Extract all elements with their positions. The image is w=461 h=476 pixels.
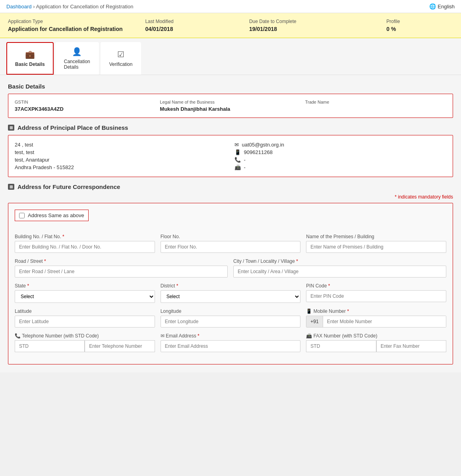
- latitude-group: Latitude: [15, 308, 155, 328]
- fax-std-input[interactable]: [306, 340, 376, 352]
- floor-no-input[interactable]: [161, 241, 301, 253]
- premises-name-input[interactable]: [306, 241, 446, 253]
- trade-name-label: Trade Name: [305, 100, 446, 104]
- trade-name-cell: Trade Name: [305, 100, 446, 112]
- city-group: City / Town / Locality / Village *: [233, 258, 446, 278]
- address-same-checkbox[interactable]: [19, 213, 25, 218]
- email-contact: ✉ uat05@gstn.org.in: [234, 141, 446, 148]
- correspondence-address-section-title: ⊞ Address for Future Correspondence: [8, 183, 453, 190]
- tabs-section: 💼 Basic Details 👤 CancellationDetails ☑ …: [0, 38, 461, 75]
- mandatory-asterisk: *: [395, 194, 397, 200]
- premises-name-group: Name of the Premises / Building: [306, 234, 446, 253]
- fax-contact: 📠 -: [234, 164, 446, 171]
- last-modified-label: Last Modified: [145, 19, 245, 24]
- address-same-checkbox-container[interactable]: Address Same as above: [15, 210, 89, 221]
- road-required: *: [44, 258, 46, 264]
- fax-number-input[interactable]: [376, 340, 446, 352]
- district-group: District * Select: [161, 283, 301, 303]
- telephone-std-group: [15, 340, 155, 352]
- telephone-number-input[interactable]: [85, 340, 155, 352]
- road-group: Road / Street *: [15, 258, 228, 278]
- briefcase-icon: 💼: [25, 50, 35, 59]
- legal-name-value: Mukesh Dhanjibhai Karshala: [160, 106, 301, 112]
- address-icon-box: ⊞: [8, 125, 14, 131]
- longitude-group: Longitude: [161, 308, 301, 328]
- city-label: City / Town / Locality / Village *: [233, 258, 446, 264]
- floor-no-group: Floor No.: [161, 234, 301, 253]
- building-no-required: *: [62, 234, 64, 239]
- top-nav: Dashboard › Application for Cancellation…: [0, 0, 461, 13]
- mandatory-note: * indicates mandatory fields: [8, 194, 453, 200]
- mandatory-text: indicates mandatory fields: [398, 194, 453, 200]
- email-group: ✉ Email Address *: [161, 333, 301, 352]
- form-row-3: State * Select District * Select PIN C: [15, 283, 446, 303]
- pin-input[interactable]: [306, 290, 446, 302]
- building-no-label: Building No. / Flat No. *: [15, 234, 155, 239]
- telephone-group: 📞 Telephone Number (with STD Code): [15, 333, 155, 352]
- mobile-prefix: +91: [306, 316, 323, 327]
- principal-address-section-title: ⊞ Address of Principal Place of Business: [8, 124, 453, 131]
- fax-icon-2: 📠: [306, 333, 313, 339]
- tab-verification[interactable]: ☑ Verification: [101, 42, 141, 75]
- correspondence-address-title: Address for Future Correspondence: [17, 183, 120, 190]
- city-required: *: [296, 258, 298, 264]
- mobile-required: *: [347, 308, 349, 314]
- form-row-1: Building No. / Flat No. * Floor No. Name…: [15, 234, 446, 253]
- fax-std-group: [306, 340, 446, 352]
- gstin-cell: GSTIN 37ACXPK3463A4ZD: [15, 100, 156, 112]
- mobile-input-group: +91: [306, 316, 446, 328]
- mobile-input[interactable]: [323, 316, 446, 327]
- tab-cancellation-details-label: CancellationDetails: [64, 59, 90, 70]
- building-no-input[interactable]: [15, 241, 155, 253]
- state-required: *: [27, 283, 29, 289]
- fax-icon: 📠: [234, 164, 241, 170]
- language-selector[interactable]: 🌐 English: [429, 3, 455, 10]
- telephone-std-input[interactable]: [15, 340, 85, 352]
- latitude-input[interactable]: [15, 316, 155, 328]
- tab-basic-details-label: Basic Details: [15, 62, 45, 67]
- pin-required: *: [328, 283, 330, 289]
- checkmark-circle-icon: ☑: [117, 50, 124, 59]
- person-check-icon: 👤: [72, 47, 82, 56]
- app-type-cell: Application Type Application for Cancell…: [8, 19, 141, 32]
- state-select[interactable]: Select: [15, 290, 155, 303]
- app-type-label: Application Type: [8, 19, 141, 24]
- profile-value: 0 %: [386, 26, 453, 32]
- globe-icon: 🌐: [429, 3, 436, 10]
- gstin-info-box: GSTIN 37ACXPK3463A4ZD Legal Name of the …: [8, 94, 453, 118]
- phone-icon: 📞: [234, 157, 241, 163]
- fax-group: 📠 FAX Number (with STD Code): [306, 333, 446, 352]
- district-required: *: [176, 283, 178, 289]
- email-label: ✉ Email Address *: [161, 333, 301, 339]
- building-no-group: Building No. / Flat No. *: [15, 234, 155, 253]
- address-line-1: 24 , test: [15, 141, 227, 148]
- language-label: English: [438, 4, 455, 10]
- mobile-icon: 📱: [234, 149, 241, 155]
- legal-name-label: Legal Name of the Business: [160, 100, 301, 104]
- district-select[interactable]: Select: [161, 290, 301, 303]
- due-date-value: 19/01/2018: [249, 26, 382, 32]
- mobile-group: 📱 Mobile Number * +91: [306, 308, 446, 328]
- principal-address-box: 24 , test test, test test, Anantapur And…: [8, 135, 453, 177]
- longitude-input[interactable]: [161, 316, 301, 328]
- email-required: *: [198, 333, 200, 339]
- dashboard-link[interactable]: Dashboard: [6, 4, 32, 10]
- floor-no-label: Floor No.: [161, 234, 301, 239]
- road-label: Road / Street *: [15, 258, 228, 264]
- district-label: District *: [161, 283, 301, 289]
- breadcrumb-current: Application for Cancellation of Registra…: [36, 4, 133, 10]
- app-type-value: Application for Cancellation of Registra…: [8, 26, 141, 32]
- pin-group: PIN Code *: [306, 283, 446, 303]
- due-date-cell: Due Date to Complete 19/01/2018: [249, 19, 382, 32]
- mobile-contact: 📱 9096211268: [234, 148, 446, 156]
- tab-basic-details[interactable]: 💼 Basic Details: [6, 42, 54, 75]
- city-input[interactable]: [233, 266, 446, 278]
- tab-cancellation-details[interactable]: 👤 CancellationDetails: [55, 42, 99, 75]
- address-line-4: Andhra Pradesh - 515822: [15, 164, 227, 171]
- address-line-2: test, test: [15, 148, 227, 156]
- road-input[interactable]: [15, 266, 228, 278]
- phone-contact: 📞 -: [234, 156, 446, 164]
- address-line-3: test, Anantapur: [15, 156, 227, 164]
- email-input[interactable]: [161, 340, 301, 352]
- last-modified-value: 04/01/2018: [145, 26, 245, 32]
